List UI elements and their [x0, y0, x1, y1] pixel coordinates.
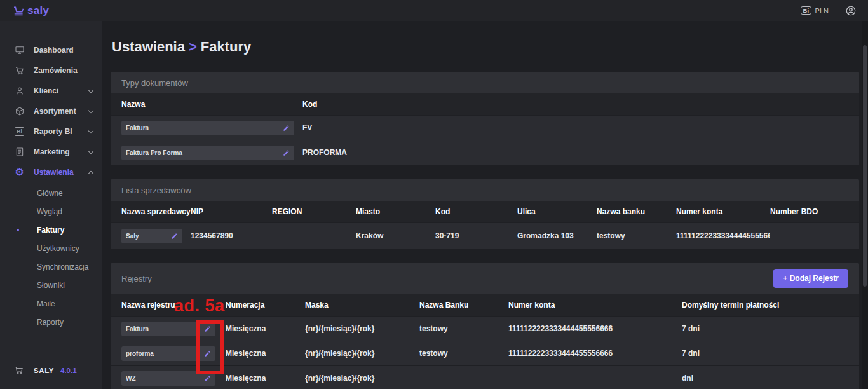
- active-indicator-dot: [17, 229, 19, 231]
- column-header: Domyślny termin płatności: [682, 301, 848, 310]
- currency-label: PLN: [815, 7, 829, 15]
- miasto-value: Kraków: [356, 231, 435, 240]
- typy-table-header: Nazwa Kod: [111, 93, 859, 115]
- cart-icon: [13, 6, 25, 16]
- sidebar-item-label: Klienci: [34, 86, 89, 95]
- subitem-label: Maile: [37, 299, 55, 308]
- subitem-label: Synchronizacja: [37, 263, 88, 271]
- sidebar-item-label: Zamówienia: [34, 66, 93, 75]
- kod-value: FV: [302, 123, 848, 132]
- column-header: Maska: [305, 301, 419, 310]
- sidebar-subitem-faktury[interactable]: Faktury: [0, 221, 102, 239]
- app-logo-text: saly: [27, 4, 49, 17]
- sidebar-item-label: Ustawienia: [34, 168, 89, 177]
- kod-value: PROFORMA: [302, 148, 848, 157]
- sidebar-subitem-maile[interactable]: Maile: [0, 294, 102, 313]
- vertical-scrollbar[interactable]: [862, 21, 868, 389]
- topbar: saly Bi PLN: [0, 0, 868, 21]
- column-header: Kod: [435, 207, 517, 216]
- ulica-value: Gromadzka 103: [517, 231, 597, 240]
- sprzedawca-field[interactable]: [121, 229, 182, 243]
- edit-pencil-icon[interactable]: [171, 233, 178, 240]
- account-icon: [845, 5, 857, 17]
- add-rejestr-button[interactable]: + Dodaj Rejestr: [773, 269, 848, 288]
- sidebar-item-zamowienia[interactable]: Zamówienia: [0, 60, 102, 81]
- sidebar-subitem-glowne[interactable]: Główne: [0, 184, 102, 202]
- sidebar-item-dashboard[interactable]: Dashboard: [0, 40, 102, 60]
- chevron-down-icon: [88, 87, 93, 92]
- breadcrumb: Ustawienia>Faktury: [102, 21, 868, 72]
- sidebar-item-klienci[interactable]: Klienci: [0, 81, 102, 101]
- column-header: REGION: [272, 207, 356, 216]
- sidebar-item-label: Marketing: [34, 147, 89, 156]
- app-version: 4.0.1: [60, 367, 77, 374]
- sidebar-subitem-uzytkownicy[interactable]: Użytkownicy: [0, 239, 102, 257]
- sprzedawca-input[interactable]: [126, 233, 171, 240]
- rejestr-input[interactable]: [126, 325, 204, 332]
- kod-value: 30-719: [435, 231, 517, 240]
- sidebar-item-label: Raporty BI: [34, 127, 89, 136]
- bank-value: testowy: [419, 324, 508, 333]
- sidebar-subitem-synchronizacja[interactable]: Synchronizacja: [0, 257, 102, 276]
- termin-value: 7 dni: [682, 324, 848, 333]
- cart-icon: [14, 365, 25, 375]
- sidebar-subitem-slowniki[interactable]: Słowniki: [0, 276, 102, 294]
- sidebar-subitem-wyglad[interactable]: Wygląd: [0, 202, 102, 221]
- chevron-up-icon: [88, 170, 93, 175]
- scrollbar-thumb[interactable]: [863, 45, 867, 287]
- chevron-down-icon: [88, 107, 93, 113]
- edit-pencil-icon[interactable]: [204, 375, 211, 382]
- column-header: Numer konta: [508, 301, 682, 310]
- rejestr-input[interactable]: [126, 350, 204, 357]
- gear-icon: ⚙: [14, 167, 25, 178]
- sidebar-item-label: Asortyment: [34, 107, 89, 116]
- sidebar-subitem-raporty[interactable]: Raporty: [0, 313, 102, 331]
- termin-value: 7 dni: [682, 349, 848, 358]
- table-row: FV: [111, 115, 859, 140]
- nazwa-field[interactable]: [121, 121, 294, 135]
- table-row: PROFORMA: [111, 140, 859, 165]
- section-title: Typy dokumentów: [111, 72, 859, 93]
- subitem-label: Słowniki: [37, 281, 65, 290]
- column-header: Number BDO: [770, 207, 848, 216]
- nip-value: 1234567890: [191, 231, 272, 240]
- breadcrumb-parent[interactable]: Ustawienia: [112, 39, 185, 55]
- sidebar-item-marketing[interactable]: Marketing: [0, 142, 102, 162]
- breadcrumb-separator: >: [185, 39, 201, 55]
- nazwa-input[interactable]: [126, 125, 283, 132]
- edit-pencil-icon[interactable]: [283, 125, 290, 132]
- nazwa-input[interactable]: [126, 149, 283, 156]
- currency-icon: Bi: [801, 6, 811, 15]
- nazwa-field[interactable]: [121, 146, 294, 160]
- breadcrumb-current: Faktury: [201, 39, 251, 55]
- chevron-down-icon: [88, 148, 93, 153]
- sidebar: Dashboard Zamówienia Klienci Asortyment …: [0, 21, 102, 389]
- chevron-down-icon: [88, 128, 93, 133]
- sidebar-item-raporty-bi[interactable]: Bi Raporty BI: [0, 121, 102, 142]
- sidebar-item-label: Dashboard: [34, 46, 93, 55]
- app-logo[interactable]: saly: [13, 4, 49, 17]
- rejestr-input[interactable]: [126, 375, 204, 382]
- settings-submenu: Główne Wygląd Faktury Użytkownicy Synchr…: [0, 184, 102, 331]
- column-header: Nazwa banku: [597, 207, 676, 216]
- cube-icon: [14, 106, 25, 117]
- subitem-label: Faktury: [37, 226, 64, 235]
- document-icon: [14, 147, 25, 158]
- section-typy-dokumentow: Typy dokumentów Nazwa Kod FV PROFORMA: [111, 72, 859, 165]
- sidebar-item-asortyment[interactable]: Asortyment: [0, 101, 102, 121]
- edit-pencil-icon[interactable]: [283, 149, 290, 156]
- rejestry-title-bar: Rejestry + Dodaj Rejestr: [111, 263, 859, 294]
- subitem-label: Wygląd: [37, 207, 62, 216]
- account-button[interactable]: [845, 5, 857, 17]
- app-name: SALY: [34, 367, 54, 374]
- cart-icon: [14, 65, 25, 76]
- maska-value: {nr}/{miesiąc}/{rok}: [305, 349, 419, 358]
- currency-selector[interactable]: Bi PLN: [801, 6, 829, 15]
- column-header: Nazwa Banku: [419, 301, 508, 310]
- bank-value: testowy: [419, 349, 508, 358]
- sidebar-item-ustawienia[interactable]: ⚙ Ustawienia: [0, 162, 102, 182]
- numeracja-value: Miesięczna: [226, 374, 305, 383]
- table-row: 1234567890 Kraków 30-719 Gromadzka 103 t…: [111, 222, 859, 249]
- column-header: Kod: [302, 100, 848, 109]
- section-title: Lista sprzedawców: [111, 179, 859, 201]
